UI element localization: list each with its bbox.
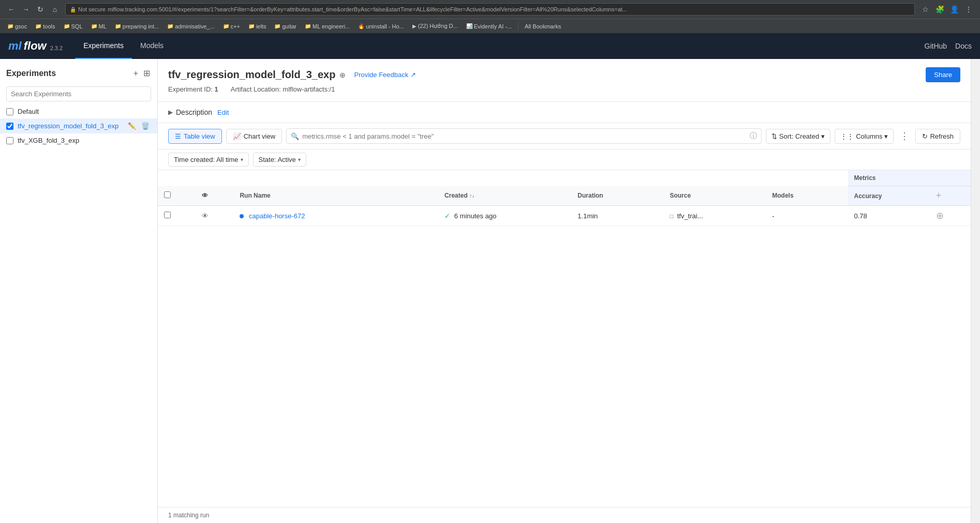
bookmark-tools[interactable]: 📁 tools <box>32 22 58 31</box>
run-status-dot <box>240 214 244 218</box>
run-created-time: 6 minutes ago <box>454 212 497 220</box>
col-header-source[interactable]: Source <box>663 186 766 206</box>
eye-icon: 👁 <box>202 192 208 199</box>
sidebar-header-actions: + ⊞ <box>132 67 151 79</box>
matching-runs-text: 1 matching run <box>168 512 209 519</box>
bookmark-gsoc[interactable]: 📁 gsoc <box>4 22 30 31</box>
bookmarks-separator <box>518 22 518 31</box>
menu-button[interactable]: ⋮ <box>962 3 975 16</box>
reload-button[interactable]: ↻ <box>34 3 47 16</box>
row-add-column-button[interactable]: ⊕ <box>936 210 944 221</box>
nav-link-experiments[interactable]: Experiments <box>75 33 132 59</box>
bookmark-preparing[interactable]: 📁 preparing int... <box>112 22 162 31</box>
run-source: tfv_trai... <box>677 212 703 220</box>
provide-feedback-link[interactable]: Provide Feedback ↗ <box>354 71 416 79</box>
chart-view-button[interactable]: 📈 Chart view <box>226 129 282 144</box>
bookmark-ml-engineeri[interactable]: 📁 ML engineeri... <box>302 22 353 31</box>
extension-button[interactable]: 🧩 <box>933 3 946 16</box>
select-all-checkbox[interactable] <box>164 191 171 198</box>
artifact-location: Artifact Location: mlflow-artifacts:/1 <box>231 85 335 93</box>
search-experiments-input[interactable] <box>6 86 151 101</box>
address-bar[interactable]: 🔒 Not secure mlflow.tracking.com:5001/#/… <box>65 3 915 16</box>
bookmark-label: ielts <box>256 23 266 29</box>
layout-toggle-button[interactable]: ⊞ <box>142 67 151 79</box>
bookmark-uninstall[interactable]: 🔥 uninstall - Ho... <box>355 22 407 31</box>
filter-row: Time created: All time ▾ State: Active ▾ <box>158 150 971 170</box>
bookmark-label: gsoc <box>15 23 27 29</box>
created-check-icon: ✓ <box>444 212 450 220</box>
columns-icon: ⋮⋮ <box>840 132 854 140</box>
bookmark-ml[interactable]: 📁 ML <box>88 22 110 31</box>
bookmark-sql[interactable]: 📁 SQL <box>61 22 86 31</box>
external-link-icon: ↗ <box>410 71 416 79</box>
bookmark-guitar[interactable]: 📁 guitar <box>271 22 300 31</box>
folder-icon: 📁 <box>305 23 311 29</box>
sidebar-item-tfv-regression-edit-btn[interactable]: ✏️ <box>126 122 138 130</box>
time-filter-dropdown[interactable]: Time created: All time ▾ <box>168 153 249 167</box>
star-button[interactable]: ☆ <box>919 3 931 16</box>
folder-icon: 📁 <box>248 23 255 29</box>
sidebar-header: Experiments + ⊞ <box>0 59 157 83</box>
profile-button[interactable]: 👤 <box>948 3 960 16</box>
sidebar-item-tfv-regression[interactable]: tfv_regression_model_fold_3_exp ✏️ 🗑️ <box>0 118 157 133</box>
bookmark-label: Evidently AI -... <box>474 23 512 29</box>
nav-github-link[interactable]: GitHub <box>925 42 947 50</box>
forward-button[interactable]: → <box>20 3 32 16</box>
refresh-button[interactable]: ↻ Refresh <box>915 129 960 144</box>
more-options-button[interactable]: ⋮ <box>898 128 911 144</box>
columns-button[interactable]: ⋮⋮ Columns ▾ <box>835 129 894 144</box>
state-filter-dropdown[interactable]: State: Active ▾ <box>253 153 306 167</box>
search-info-icon[interactable]: ⓘ <box>750 131 757 141</box>
table-view-label: Table view <box>184 132 215 140</box>
runs-toolbar: ☰ Table view 📈 Chart view 🔍 ⓘ ⇅ Sort: Cr… <box>158 123 971 150</box>
experiment-copy-button[interactable]: ⊕ <box>339 71 346 79</box>
description-toggle-button[interactable]: ▶ Description Edit <box>168 106 229 118</box>
matching-runs-footer: 1 matching run <box>158 507 971 523</box>
sort-button[interactable]: ⇅ Sort: Created ▾ <box>766 129 830 144</box>
browser-nav-buttons: ← → ↻ ⌂ <box>5 3 61 16</box>
col-header-accuracy[interactable]: Accuracy <box>848 186 930 206</box>
sidebar-item-tfv-regression-delete-btn[interactable]: 🗑️ <box>140 122 151 130</box>
share-button[interactable]: Share <box>926 67 960 82</box>
runs-search-input[interactable] <box>302 132 747 140</box>
add-column-button[interactable]: + <box>936 190 942 201</box>
sidebar-search-container <box>0 83 157 104</box>
bookmark-all-bookmarks[interactable]: All Bookmarks <box>522 22 564 31</box>
sidebar-item-default-checkbox[interactable] <box>6 108 13 115</box>
back-button[interactable]: ← <box>5 3 18 16</box>
runs-search-container: 🔍 ⓘ <box>286 128 762 144</box>
refresh-icon: ↻ <box>922 132 928 140</box>
row-select-checkbox[interactable] <box>164 212 171 218</box>
app-wrapper: mlflow 2.3.2 Experiments Models GitHub D… <box>0 33 980 523</box>
home-button[interactable]: ⌂ <box>49 3 61 16</box>
nav-docs-link[interactable]: Docs <box>955 42 972 50</box>
table-view-button[interactable]: ☰ Table view <box>168 129 222 144</box>
bookmark-cpp[interactable]: 📁 c++ <box>220 22 243 31</box>
sidebar-item-tfv-xgb[interactable]: tfv_XGB_fold_3_exp ✏️ 🗑️ <box>0 133 157 147</box>
run-name-link[interactable]: capable-horse-672 <box>249 212 305 220</box>
sidebar-item-tfv-regression-checkbox[interactable] <box>6 123 13 130</box>
description-chevron-icon: ▶ <box>168 109 173 116</box>
experiment-panel: tfv_regression_model_fold_3_exp ⊕ Provid… <box>158 59 971 523</box>
folder-icon: 📁 <box>35 23 41 29</box>
sidebar-item-tfv-xgb-checkbox[interactable] <box>6 137 13 144</box>
bookmark-adminisative[interactable]: 📁 adminisative_... <box>164 22 217 31</box>
sidebar-title: Experiments <box>6 69 56 78</box>
sidebar-experiments-list: Default ✏️ 🗑️ tfv_regression_model_fold_… <box>0 104 157 523</box>
description-edit-link[interactable]: Edit <box>217 109 229 116</box>
col-header-duration[interactable]: Duration <box>571 186 663 206</box>
bookmark-ielts[interactable]: 📁 ielts <box>245 22 270 31</box>
col-header-created[interactable]: Created ↑↓ <box>438 186 571 206</box>
nav-link-models[interactable]: Models <box>132 33 172 59</box>
col-header-run-name[interactable]: Run Name <box>233 186 438 206</box>
row-accuracy-cell: 0.78 <box>848 206 930 226</box>
col-header-models[interactable]: Models <box>766 186 848 206</box>
sidebar-item-default[interactable]: Default ✏️ 🗑️ <box>0 104 157 118</box>
row-eye-icon[interactable]: 👁 <box>202 212 209 220</box>
add-experiment-button[interactable]: + <box>132 67 139 79</box>
col-header-add[interactable]: + <box>930 186 971 206</box>
bookmark-evidently[interactable]: 📊 Evidently AI -... <box>463 22 515 31</box>
folder-icon: 📁 <box>223 23 229 29</box>
bookmark-huong-d[interactable]: ▶ (22) Hướng D... <box>409 22 461 31</box>
row-checkbox-cell <box>158 206 196 226</box>
